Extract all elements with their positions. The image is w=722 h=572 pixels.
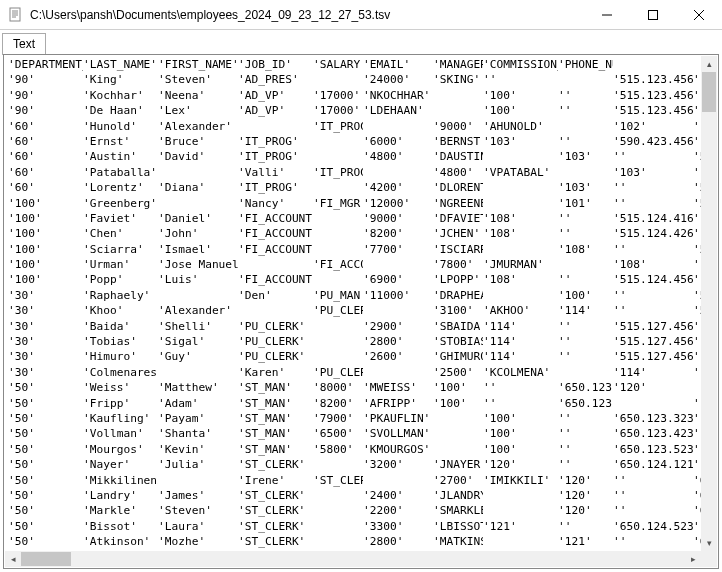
cell: 'PU_CLERK'	[238, 319, 313, 334]
cell: '114'	[558, 303, 613, 318]
scroll-up-icon[interactable]: ▴	[701, 56, 717, 72]
cell: '2400'	[363, 488, 433, 503]
cell: 'PU_CLERK'	[238, 334, 313, 349]
cell: 'IT_PROG'	[238, 180, 313, 195]
table-row: '50''Atkinson''Mozhe''ST_CLERK''2800''MA…	[8, 534, 697, 549]
cell: '108'	[483, 272, 558, 287]
cell: '590.423.5567'	[693, 180, 701, 195]
scroll-down-icon[interactable]: ▾	[701, 535, 717, 551]
cell: '5800'	[313, 442, 363, 457]
cell: 'Weiss'	[83, 380, 158, 395]
table-row: '50''Mikkilineni''Irene''ST_CLERK''2700'…	[8, 473, 697, 488]
horizontal-scrollbar[interactable]: ◂ ▸	[5, 551, 701, 567]
cell: 'PU_CLERK'	[313, 303, 363, 318]
vertical-scroll-thumb[interactable]	[702, 72, 716, 112]
close-button[interactable]	[676, 0, 722, 29]
cell: 'Urman'	[83, 257, 158, 272]
cell: '590.423.4569'	[693, 149, 701, 164]
cell: 'ST_MAN'	[238, 411, 313, 426]
table-row: '100''Chen''John''FI_ACCOUNT''8200''JCHE…	[8, 226, 697, 241]
cell: 'Mourgos'	[83, 442, 158, 457]
cell: '7800'	[433, 257, 483, 272]
cell: 'ISCIARRA'	[433, 242, 483, 257]
cell: ''	[483, 396, 558, 411]
cell: 'AHUNOLD'	[483, 119, 558, 134]
table-row: '100''Sciarra''Ismael''FI_ACCOUNT''7700'…	[8, 242, 697, 257]
minimize-button[interactable]	[584, 0, 630, 29]
cell: '17000'	[313, 103, 363, 118]
cell: 'PU_CLERK'	[238, 349, 313, 364]
cell: '60'	[8, 165, 83, 180]
cell: '650.124.1214'	[613, 457, 693, 472]
cell: 'Himuro'	[83, 349, 158, 364]
cell: 'Daniel'	[158, 211, 238, 226]
cell: 'Den'	[238, 288, 313, 303]
cell: '100'	[693, 72, 701, 87]
cell: '114'	[483, 319, 558, 334]
cell: 'Hunold'	[83, 119, 158, 134]
table-row: '50''Nayer''Julia''ST_CLERK''3200''JNAYE…	[8, 457, 697, 472]
cell: 'Popp'	[83, 272, 158, 287]
cell: '114'	[483, 334, 558, 349]
table-row: '60''Hunold''Alexander''IT_PROG''9000''A…	[8, 119, 697, 134]
table-row: '90''De Haan''Lex''AD_VP''17000''LDEHAAN…	[8, 103, 697, 118]
content-frame: 'DEPARTMENT_ID''LAST_NAME''FIRST_NAME''J…	[3, 54, 719, 569]
cell: 'James'	[158, 488, 238, 503]
column-header: 'FIRST_NAME'	[158, 57, 238, 72]
cell: 'IT_PROG'	[238, 149, 313, 164]
cell: '50'	[8, 519, 83, 534]
maximize-button[interactable]	[630, 0, 676, 29]
cell: 'AFRIPP'	[363, 396, 433, 411]
cell: 'Ernst'	[83, 134, 158, 149]
cell: '4800'	[433, 165, 483, 180]
tab-text[interactable]: Text	[2, 33, 46, 55]
cell: ''	[693, 365, 701, 380]
scroll-left-icon[interactable]: ◂	[5, 551, 21, 567]
cell: '90'	[8, 88, 83, 103]
cell: '30'	[8, 303, 83, 318]
cell: '100'	[8, 196, 83, 211]
cell: '515.123.4569'	[613, 103, 693, 118]
window-titlebar: C:\Users\pansh\Documents\employees_2024_…	[0, 0, 722, 30]
cell: 'Nancy'	[238, 196, 313, 211]
cell: ''	[558, 103, 613, 118]
cell: '60'	[8, 180, 83, 195]
cell: 'Markle'	[83, 503, 158, 518]
scroll-right-icon[interactable]: ▸	[685, 551, 701, 567]
cell: ''	[558, 349, 613, 364]
vertical-scrollbar[interactable]: ▴ ▾	[701, 56, 717, 551]
cell: 'AD_VP'	[238, 88, 313, 103]
cell: '100'	[483, 411, 558, 426]
cell: 'JNAYER'	[433, 457, 483, 472]
cell: '2700'	[433, 473, 483, 488]
cell: 'Diana'	[158, 180, 238, 195]
cell: '50'	[8, 503, 83, 518]
cell: '590.423.4568'	[613, 134, 693, 149]
cell: ''	[483, 72, 558, 87]
table-row: '30''Himuro''Guy''PU_CLERK''2600''GHIMUR…	[8, 349, 697, 364]
column-header: 'JOB_ID'	[238, 57, 313, 72]
cell: '11000'	[363, 288, 433, 303]
cell: ''	[558, 519, 613, 534]
cell: '650.123.2234'	[558, 396, 613, 411]
cell: 'Baida'	[83, 319, 158, 334]
cell: '50'	[8, 411, 83, 426]
cell: '9000'	[433, 119, 483, 134]
cell: '121'	[558, 534, 613, 549]
cell: '103'	[558, 149, 613, 164]
text-area[interactable]: 'DEPARTMENT_ID''LAST_NAME''FIRST_NAME''J…	[4, 55, 701, 551]
cell: 'STOBIAS'	[433, 334, 483, 349]
tab-row: Text	[0, 30, 722, 54]
cell: 'FI_MGR'	[313, 196, 363, 211]
cell: '30'	[8, 288, 83, 303]
cell: '50'	[8, 473, 83, 488]
cell: 'LDEHAAN'	[363, 103, 433, 118]
cell: ''	[693, 257, 701, 272]
cell: '110'	[693, 226, 701, 241]
cell: '515.124.4169'	[613, 211, 693, 226]
horizontal-scroll-thumb[interactable]	[21, 552, 71, 566]
cell: 'ST_MAN'	[238, 380, 313, 395]
cell: '100'	[483, 426, 558, 441]
table-row: '50''Bissot''Laura''ST_CLERK''3300''LBIS…	[8, 519, 697, 534]
table-row: '60''Pataballa''Valli''IT_PROG''4800''VP…	[8, 165, 697, 180]
